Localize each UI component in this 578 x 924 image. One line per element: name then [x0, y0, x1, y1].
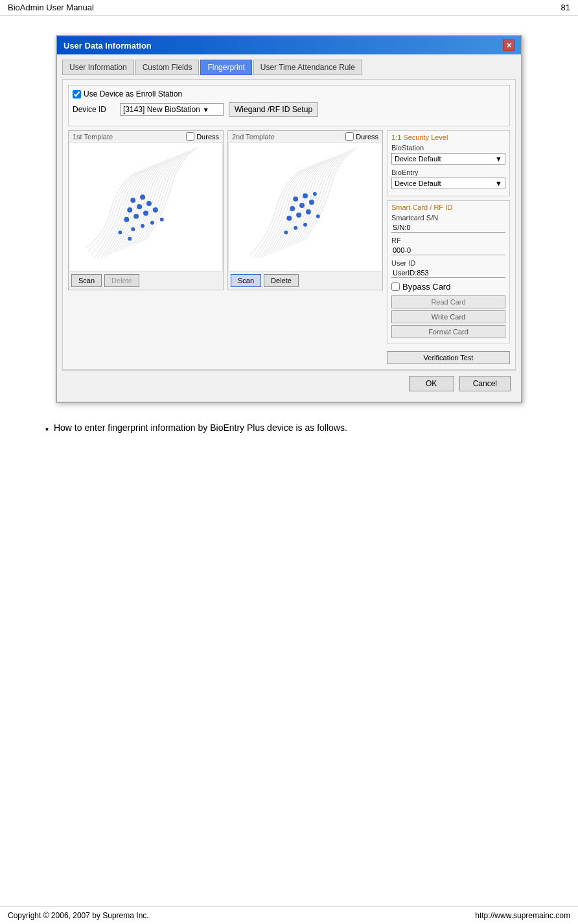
template-1-duress-checkbox[interactable] — [186, 132, 194, 141]
svg-point-3 — [137, 204, 142, 209]
cancel-button[interactable]: Cancel — [459, 376, 511, 391]
template-2-duress-text: Duress — [356, 133, 378, 141]
svg-point-16 — [303, 193, 308, 198]
header-right: 81 — [561, 3, 570, 12]
svg-point-14 — [128, 237, 132, 241]
bullet-section: ▪ How to enter fingerprint information b… — [39, 422, 539, 434]
biostation-arrow-icon: ▼ — [495, 155, 502, 163]
svg-point-5 — [124, 217, 129, 222]
svg-point-2 — [127, 207, 132, 213]
dialog-close-button[interactable]: ✕ — [503, 40, 514, 51]
svg-point-10 — [141, 224, 144, 228]
template-1-buttons: Scan Delete — [69, 271, 223, 290]
format-card-button[interactable]: Format Card — [391, 325, 505, 338]
biostation-field-group: BioStation Device Default ▼ — [391, 144, 505, 165]
template-2-title: 2nd Template — [232, 133, 275, 141]
bullet-text: How to enter fingerprint information by … — [54, 422, 347, 434]
bypass-card-label: Bypass Card — [402, 282, 450, 292]
bioentry-value: Device Default — [395, 179, 441, 187]
user-id-label: User ID — [391, 259, 505, 267]
svg-point-19 — [309, 200, 314, 205]
enroll-station-label[interactable]: Use Device as Enroll Station — [73, 89, 182, 98]
smart-card-title: Smart Card / RF ID — [391, 203, 505, 211]
rf-value: 000-0 — [391, 246, 505, 255]
smartcard-sn-value: S/N:0 — [391, 223, 505, 233]
svg-point-8 — [153, 207, 158, 213]
bypass-card-checkbox[interactable] — [391, 283, 400, 291]
dialog-title: User Data Information — [64, 41, 152, 51]
bullet-icon: ▪ — [45, 424, 49, 434]
svg-point-11 — [150, 221, 154, 225]
tab-fingerprint[interactable]: Fingerprint — [200, 60, 251, 75]
template-1-header: 1st Template Duress — [69, 131, 223, 142]
dialog-footer: OK Cancel — [62, 370, 516, 397]
biostation-select[interactable]: Device Default ▼ — [391, 153, 505, 165]
bypass-row: Bypass Card — [391, 282, 505, 292]
template-2-duress-label[interactable]: Duress — [345, 132, 378, 141]
user-data-dialog: User Data Information ✕ User Information… — [56, 35, 522, 403]
tab-custom-fields[interactable]: Custom Fields — [135, 60, 200, 75]
left-column: 1st Template Duress — [68, 130, 383, 364]
device-select-arrow: ▼ — [203, 106, 209, 113]
templates-row: 1st Template Duress — [68, 130, 383, 290]
svg-point-12 — [160, 218, 164, 222]
read-card-button[interactable]: Read Card — [391, 295, 505, 308]
page-header: BioAdmin User Manual 81 — [0, 0, 578, 16]
template-1-duress-text: Duress — [196, 133, 219, 141]
tab-time-attendance[interactable]: User Time Attendance Rule — [253, 60, 362, 75]
template-2-box: 2nd Template Duress — [227, 130, 383, 290]
device-id-row: Device ID [3143] New BioStation ▼ Wiegan… — [73, 102, 505, 117]
right-column: 1:1 Security Level BioStation Device Def… — [387, 130, 510, 364]
template-2-delete-button[interactable]: Delete — [264, 274, 299, 287]
svg-point-21 — [286, 216, 292, 221]
security-section-title: 1:1 Security Level — [391, 133, 505, 141]
device-id-label: Device ID — [73, 105, 115, 114]
enroll-station-checkbox[interactable] — [73, 90, 81, 98]
svg-point-6 — [133, 214, 139, 219]
svg-point-24 — [316, 214, 320, 218]
header-left: BioAdmin User Manual — [8, 3, 94, 12]
bioentry-arrow-icon: ▼ — [495, 179, 502, 187]
enroll-station-row: Use Device as Enroll Station — [73, 89, 505, 98]
template-1-duress-label[interactable]: Duress — [186, 132, 219, 141]
tab-user-information[interactable]: User Information — [62, 60, 134, 75]
device-id-select[interactable]: [3143] New BioStation ▼ — [120, 103, 224, 116]
biostation-value: Device Default — [395, 155, 441, 163]
svg-point-17 — [290, 206, 295, 211]
template-2-fingerprint-image — [228, 142, 382, 271]
template-2-duress-checkbox[interactable] — [345, 132, 354, 141]
svg-point-9 — [131, 227, 135, 231]
bioentry-field-group: BioEntry Device Default ▼ — [391, 168, 505, 189]
dialog-titlebar: User Data Information ✕ — [57, 36, 521, 54]
biostation-label: BioStation — [391, 144, 505, 152]
bioentry-label: BioEntry — [391, 168, 505, 176]
rf-group: RF 000-0 — [391, 237, 505, 255]
rf-label: RF — [391, 237, 505, 244]
footer-left: Copyright © 2006, 2007 by Suprema Inc. — [8, 911, 149, 920]
write-card-button[interactable]: Write Card — [391, 310, 505, 323]
wiegand-setup-button[interactable]: Wiegand /RF ID Setup — [229, 102, 318, 117]
page-content: User Data Information ✕ User Information… — [0, 16, 578, 457]
user-id-group: User ID UserID:853 — [391, 259, 505, 278]
svg-point-20 — [313, 192, 317, 196]
svg-point-13 — [118, 231, 122, 235]
verification-test-button[interactable]: Verification Test — [387, 351, 510, 364]
svg-point-0 — [130, 198, 135, 203]
template-1-scan-button[interactable]: Scan — [71, 274, 102, 287]
svg-point-1 — [140, 194, 145, 200]
template-1-delete-button[interactable]: Delete — [104, 274, 139, 287]
enroll-station-text: Use Device as Enroll Station — [84, 89, 182, 98]
template-2-scan-button[interactable]: Scan — [231, 274, 261, 287]
ok-button[interactable]: OK — [409, 376, 454, 391]
bioentry-select[interactable]: Device Default ▼ — [391, 178, 505, 189]
footer-right: http://www.supremainc.com — [475, 911, 570, 920]
svg-point-18 — [299, 203, 305, 208]
security-section: 1:1 Security Level BioStation Device Def… — [387, 130, 510, 196]
bullet-item: ▪ How to enter fingerprint information b… — [45, 422, 539, 434]
svg-point-26 — [303, 223, 307, 227]
template-1-title: 1st Template — [73, 133, 113, 141]
main-panel: Use Device as Enroll Station Device ID [… — [62, 79, 516, 370]
template-1-box: 1st Template Duress — [68, 130, 224, 290]
svg-point-23 — [306, 209, 311, 214]
smart-card-section: Smart Card / RF ID Smartcard S/N S/N:0 R… — [387, 200, 510, 343]
